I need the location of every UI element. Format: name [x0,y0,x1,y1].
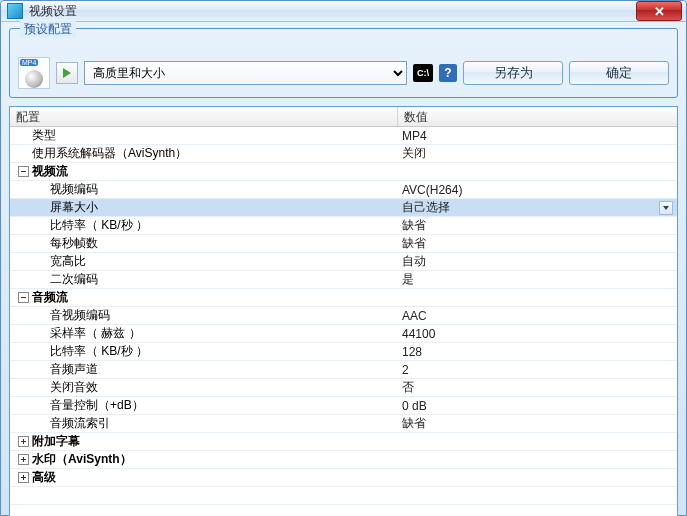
preset-select[interactable]: 高质里和大小 [84,61,407,85]
preset-legend: 预设配置 [20,21,76,38]
row-watermark-group[interactable]: 水印（AviSynth） [10,451,677,469]
mp4-icon [18,57,50,89]
row-empty [10,487,677,505]
ok-button[interactable]: 确定 [569,61,669,85]
saveas-button[interactable]: 另存为 [463,61,563,85]
grid-header: 配置 数值 [10,107,677,127]
titlebar: 视频设置 ✕ [1,1,686,22]
grid-body: 类型 MP4 使用系统解码器（AviSynth） 关闭 视频流 视频编码 AVC… [10,127,677,516]
row-screen-size[interactable]: 屏幕大小 自己选择 [10,199,677,217]
row-vcodec[interactable]: 视频编码 AVC(H264) [10,181,677,199]
row-mute[interactable]: 关闭音效 否 [10,379,677,397]
expand-icon[interactable] [18,472,29,483]
row-subs-group[interactable]: 附加字幕 [10,433,677,451]
collapse-icon[interactable] [18,166,29,177]
row-aspect[interactable]: 宽高比 自动 [10,253,677,271]
row-video-group[interactable]: 视频流 [10,163,677,181]
row-type[interactable]: 类型 MP4 [10,127,677,145]
header-config: 配置 [10,107,398,126]
property-grid: 配置 数值 类型 MP4 使用系统解码器（AviSynth） 关闭 视频流 视频… [9,106,678,516]
expand-icon[interactable] [18,436,29,447]
row-empty [10,505,677,516]
row-twopass[interactable]: 二次编码 是 [10,271,677,289]
header-value: 数值 [398,107,677,126]
dropdown-arrow-icon[interactable] [659,201,673,215]
expand-icon[interactable] [18,454,29,465]
row-vbitrate[interactable]: 比特率（ KB/秒 ） 缺省 [10,217,677,235]
collapse-icon[interactable] [18,292,29,303]
row-advanced-group[interactable]: 高级 [10,469,677,487]
window: 视频设置 ✕ 预设配置 高质里和大小 C:\ ? 另存为 确定 配置 数值 [0,0,687,516]
cmd-icon[interactable]: C:\ [413,64,433,82]
preset-row: 高质里和大小 C:\ ? 另存为 确定 [18,57,669,89]
content-area: 预设配置 高质里和大小 C:\ ? 另存为 确定 配置 数值 类型 [1,22,686,516]
close-button[interactable]: ✕ [636,1,682,21]
row-acodec[interactable]: 音视频编码 AAC [10,307,677,325]
row-aindex[interactable]: 音频流索引 缺省 [10,415,677,433]
play-icon [56,62,78,84]
preset-fieldset: 预设配置 高质里和大小 C:\ ? 另存为 确定 [9,28,678,98]
row-fps[interactable]: 每秒帧数 缺省 [10,235,677,253]
row-avisynth[interactable]: 使用系统解码器（AviSynth） 关闭 [10,145,677,163]
row-volume[interactable]: 音量控制（+dB） 0 dB [10,397,677,415]
row-audio-group[interactable]: 音频流 [10,289,677,307]
window-title: 视频设置 [29,3,636,20]
help-icon[interactable]: ? [439,64,457,82]
row-channels[interactable]: 音频声道 2 [10,361,677,379]
app-icon [7,3,23,19]
row-srate[interactable]: 采样率（ 赫兹 ） 44100 [10,325,677,343]
row-abitrate[interactable]: 比特率（ KB/秒 ） 128 [10,343,677,361]
